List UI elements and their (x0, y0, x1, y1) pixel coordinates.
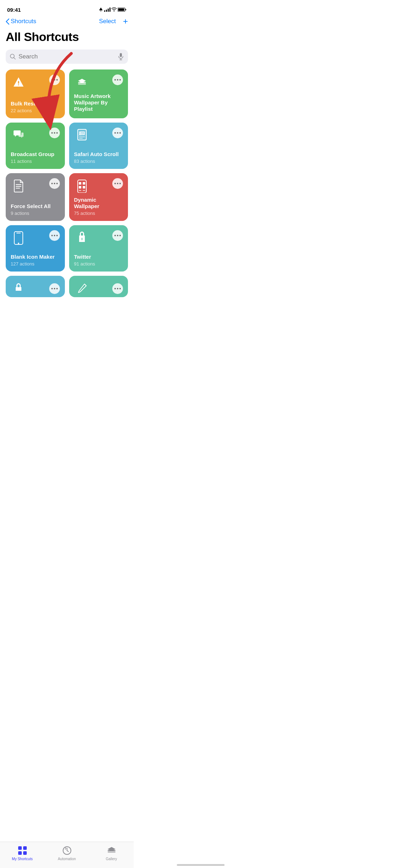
shortcut-actions: 22 actions (11, 108, 60, 113)
partial-icon-2 (74, 281, 90, 296)
back-label: Shortcuts (11, 18, 36, 25)
more-button[interactable] (49, 283, 60, 294)
status-bar: 09:41 (0, 0, 134, 16)
search-bar[interactable] (6, 50, 128, 64)
svg-point-33 (18, 243, 19, 244)
shortcut-card-dynamic-wallpaper[interactable]: Dynamic Wallpaper 75 actions (69, 173, 128, 221)
add-button[interactable]: + (123, 17, 128, 26)
partial-cards-row (0, 276, 134, 297)
search-input[interactable] (19, 53, 115, 60)
chevron-left-icon (6, 19, 9, 25)
svg-rect-19 (79, 136, 85, 137)
shortcut-card-safari-auto-scroll[interactable]: A (69, 123, 128, 169)
svg-rect-12 (78, 84, 86, 85)
shortcut-actions: 91 actions (74, 261, 123, 267)
shortcut-card-force-select[interactable]: Force Select All 9 actions (6, 173, 65, 221)
svg-rect-22 (16, 186, 21, 187)
bulk-resize-icon (11, 74, 26, 90)
shortcut-card-blank-icon[interactable]: Blank Icon Maker 127 actions (6, 225, 65, 272)
partial-icon-1 (11, 281, 26, 296)
svg-rect-32 (16, 233, 21, 233)
mic-icon (118, 53, 124, 60)
more-button[interactable] (112, 128, 123, 138)
blank-icon-maker-icon (11, 230, 26, 246)
shortcut-name: Music Artwork Wallpaper By Playlist (74, 93, 123, 112)
dynamic-wallpaper-icon (74, 178, 90, 194)
svg-rect-30 (83, 190, 85, 191)
shortcut-actions: 75 actions (74, 211, 123, 216)
svg-rect-1 (125, 9, 126, 10)
partial-card-1[interactable] (6, 276, 65, 297)
svg-rect-29 (79, 190, 81, 191)
svg-rect-31 (14, 232, 23, 244)
location-icon (99, 7, 103, 12)
shortcut-card-bulk-resize[interactable]: Bulk Resize 22 actions (6, 69, 65, 118)
wifi-icon (111, 7, 117, 12)
more-button[interactable] (112, 178, 123, 189)
search-icon (10, 54, 16, 60)
music-artwork-icon (74, 74, 90, 90)
svg-line-4 (14, 58, 15, 59)
nav-bar: Shortcuts Select + (0, 16, 134, 29)
svg-point-3 (10, 54, 14, 58)
shortcut-name: Force Select All (11, 203, 60, 210)
shortcuts-content: Bulk Resize 22 actions (0, 69, 134, 333)
shortcut-actions: 11 actions (11, 159, 60, 164)
battery-icon (118, 7, 127, 12)
broadcast-icon (11, 128, 26, 143)
svg-point-10 (18, 84, 19, 86)
svg-rect-27 (79, 186, 81, 188)
svg-rect-28 (83, 186, 85, 188)
svg-point-18 (80, 133, 81, 134)
svg-rect-2 (118, 9, 124, 11)
force-select-icon (11, 178, 26, 194)
shortcut-name: Dynamic Wallpaper (74, 197, 123, 210)
shortcut-card-twitter[interactable]: Twitter 91 actions (69, 225, 128, 272)
more-button[interactable] (112, 230, 123, 241)
svg-rect-9 (18, 81, 19, 84)
more-button[interactable] (49, 230, 60, 241)
shortcut-actions: 9 actions (11, 211, 60, 216)
svg-rect-23 (16, 188, 20, 188)
partial-card-2[interactable] (69, 276, 128, 297)
shortcut-name: Broadcast Group (11, 151, 60, 157)
select-button[interactable]: Select (99, 18, 116, 25)
svg-rect-20 (79, 138, 83, 139)
twitter-icon (74, 230, 90, 246)
shortcut-card-music-artwork[interactable]: Music Artwork Wallpaper By Playlist (69, 69, 128, 118)
svg-rect-25 (79, 182, 81, 185)
shortcut-card-broadcast-group[interactable]: Broadcast Group 11 actions (6, 123, 65, 169)
shortcut-name: Twitter (74, 254, 123, 260)
svg-rect-21 (16, 184, 21, 185)
shortcut-name: Safari Auto Scroll (74, 151, 123, 157)
back-button[interactable]: Shortcuts (6, 18, 36, 25)
more-button[interactable] (112, 74, 123, 85)
more-button[interactable] (112, 283, 123, 294)
shortcuts-grid: Bulk Resize 22 actions (0, 69, 134, 272)
svg-rect-26 (83, 182, 85, 185)
more-button[interactable] (49, 128, 60, 138)
status-time: 09:41 (7, 7, 21, 13)
more-button[interactable] (49, 74, 60, 85)
signal-icon (104, 7, 110, 12)
search-container (0, 50, 134, 69)
page-title: All Shortcuts (0, 29, 134, 50)
shortcut-name: Blank Icon Maker (11, 254, 60, 260)
shortcut-actions: 83 actions (74, 159, 123, 164)
nav-actions: Select + (99, 17, 128, 26)
shortcut-name: Bulk Resize (11, 100, 60, 107)
safari-icon: A (74, 128, 90, 143)
svg-rect-5 (120, 53, 122, 57)
more-button[interactable] (49, 178, 60, 189)
shortcut-actions: 127 actions (11, 261, 60, 267)
